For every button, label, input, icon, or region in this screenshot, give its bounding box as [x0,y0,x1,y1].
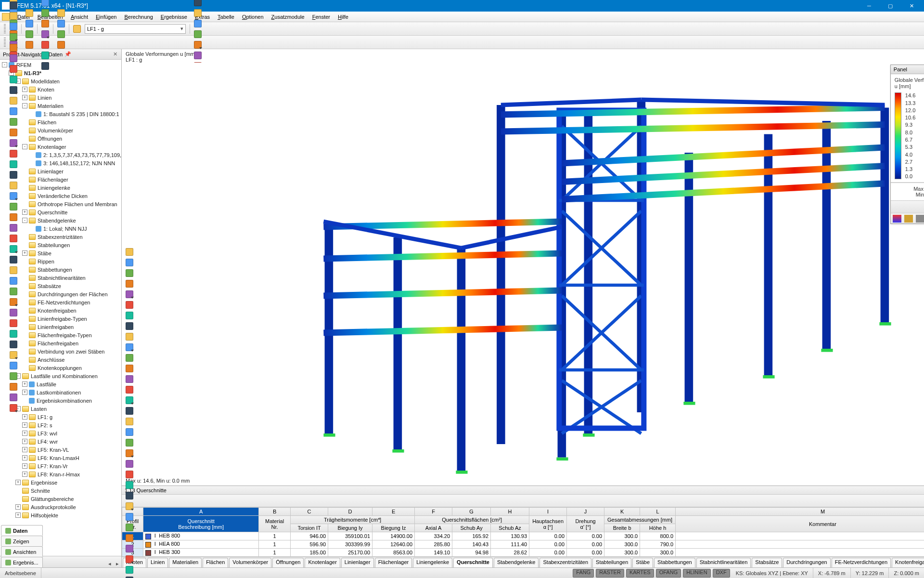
expand-icon[interactable]: + [22,455,27,460]
status-toggle-ofang[interactable]: OFANG [656,569,681,578]
col-hauptachsen[interactable]: Hauptachsen α [°] [529,516,567,532]
tree-item[interactable]: +LF4: wvr [0,437,121,446]
toolbar-button[interactable] [24,39,35,50]
menu-fenster[interactable]: Fenster [308,13,334,21]
loadcase-combo[interactable]: LF1 - g ▾ [85,24,186,34]
toolbar-button[interactable] [8,11,19,21]
tree-item[interactable]: +LF1: g [0,413,121,421]
status-toggle-raster[interactable]: RASTER [596,569,624,578]
toolbar-button[interactable] [8,191,19,201]
toolbar-button[interactable] [124,459,135,469]
toolbar-button[interactable] [8,148,19,159]
toolbar-button[interactable] [8,42,19,53]
panel-titlebar[interactable]: Panel ✕ [891,65,924,74]
toolbar-button[interactable] [40,18,51,29]
toolbar-button[interactable] [124,533,135,543]
toolbar-button[interactable] [8,159,19,170]
table-row[interactable]: 3 I HEB 3001185.0025170.008563.00149.109… [122,549,924,557]
toolbar-button[interactable] [124,310,135,321]
close-button[interactable]: ✕ [901,0,922,12]
toolbar-button[interactable] [8,212,19,223]
expand-icon[interactable]: + [22,390,27,395]
toolbar-button[interactable] [24,18,35,29]
toolbar-button[interactable] [8,318,19,328]
menu-zusatzmodule[interactable]: Zusatzmodule [268,13,308,21]
tree-item[interactable]: +LF2: s [0,421,121,429]
toolbar-button[interactable] [8,276,19,286]
expand-icon[interactable]: + [22,95,27,100]
toolbar-button[interactable] [124,353,135,363]
table-tab[interactable]: Stabendgelenke [494,558,539,567]
toolbar-button[interactable] [192,18,203,29]
tree-item[interactable]: +Hilfsobjekte [0,511,121,519]
navigator-tab[interactable]: Zeigen [1,536,43,546]
toolbar-button[interactable] [192,0,203,8]
toolbar-button[interactable] [124,416,135,427]
tab-scroll-right[interactable]: ▸ [114,560,121,567]
toolbar-button[interactable] [8,403,19,413]
toolbar-button[interactable] [8,170,19,180]
column-letter[interactable]: G [452,508,491,516]
panel-tab1[interactable] [893,215,901,223]
toolbar-button[interactable] [8,350,19,360]
toolbar-button[interactable] [124,300,135,310]
toolbar-button[interactable] [8,297,19,307]
table-tab[interactable]: Liniengelenke [413,558,452,567]
toolbar-button[interactable] [8,254,19,265]
table-tab[interactable]: Volumenkörper [229,558,271,567]
expand-icon[interactable]: + [22,439,27,444]
toolbar-button[interactable] [124,543,135,554]
toolbar-button[interactable] [8,392,19,403]
toolbar-button[interactable] [40,29,51,39]
menu-einfügen[interactable]: Einfügen [92,13,120,21]
toolbar-button[interactable] [24,8,35,18]
panel-tab2[interactable] [904,215,913,223]
toolbar-button[interactable] [8,64,19,74]
expand-icon[interactable]: + [15,480,21,485]
toolbar-button[interactable] [124,384,135,395]
toolbar-button[interactable] [124,427,135,437]
toolbar-button[interactable] [40,61,51,71]
toolbar-button[interactable] [124,247,135,257]
toolbar-button[interactable] [124,374,135,384]
toolbar-button[interactable] [40,8,51,18]
table-tab[interactable]: Stabteilungen [592,558,631,567]
expand-icon[interactable]: + [22,414,27,420]
expand-icon[interactable]: + [22,422,27,428]
toolbar-button[interactable] [8,180,19,191]
toolbar-button[interactable] [8,244,19,254]
table-tab[interactable]: Materialien [169,558,202,567]
toolbar-button[interactable] [8,223,19,233]
tree-item[interactable]: Glättungsbereiche [0,495,121,503]
toolbar-button[interactable] [8,265,19,276]
toolbar-button[interactable] [192,8,203,18]
table-row[interactable]: 2 I HEA 8001596.90303399.9912640.00285.8… [122,540,924,549]
expand-icon[interactable]: + [15,504,21,510]
toolbar-button[interactable] [8,201,19,212]
toolbar-button[interactable] [8,117,19,127]
toolbar-button[interactable] [8,339,19,350]
collapse-icon[interactable]: - [22,103,27,108]
table-tab[interactable]: FE-Netzverdichtungen [832,558,891,567]
toolbar-button[interactable] [124,363,135,374]
toolbar-button[interactable] [56,8,66,18]
col-drehung[interactable]: Drehung α' [°] [567,516,604,532]
toolbar-button[interactable] [192,39,203,50]
col-material[interactable]: Material Nr. [259,516,291,532]
toolbar-button[interactable] [124,554,135,565]
toolbar-button[interactable] [124,395,135,406]
column-letter[interactable]: M [676,508,924,516]
tree-item[interactable]: +LF3: wvl [0,429,121,437]
toolbar-button[interactable] [124,522,135,533]
column-letter[interactable]: K [604,508,640,516]
menu-ergebnisse[interactable]: Ergebnisse [157,13,191,21]
table-tab[interactable]: Flächenlager [375,558,412,567]
toolbar-button[interactable] [124,469,135,480]
toolbar-button[interactable] [8,53,19,64]
expand-icon[interactable]: + [22,210,27,215]
pin-icon[interactable]: 📌 [64,51,71,58]
col-querschnitt[interactable]: Querschnitt Beschreibung [mm] [143,516,259,532]
toolbar-button[interactable] [124,512,135,522]
toolbar-button[interactable] [24,29,35,39]
table-tab[interactable]: Querschnitte [453,558,493,567]
